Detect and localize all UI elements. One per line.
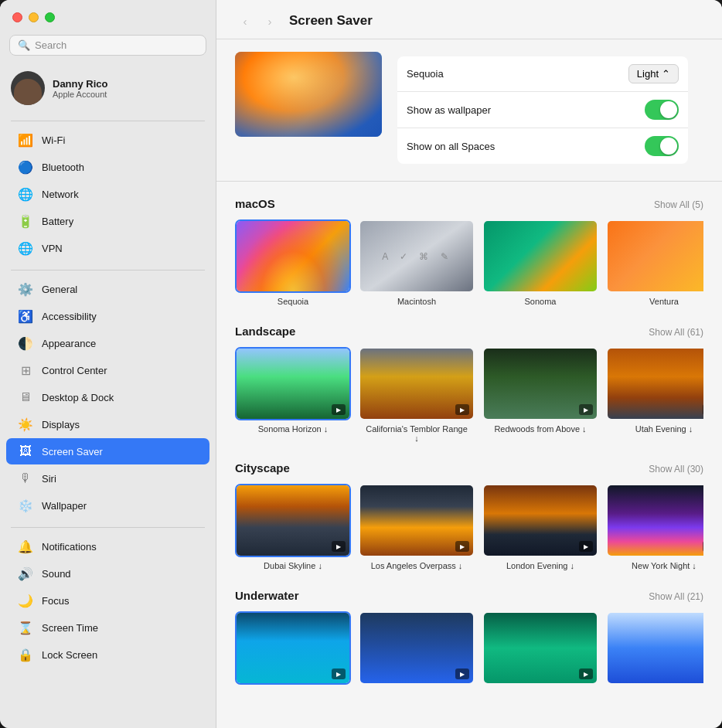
play-icon: ▶ [336, 671, 341, 678]
fullscreen-button[interactable] [45, 12, 55, 22]
sidebar-item-battery[interactable]: 🔋 Battery [6, 208, 209, 234]
back-arrow-icon: ‹ [244, 15, 247, 28]
video-badge-london: ▶ [579, 541, 593, 552]
sequoia-thumb [235, 219, 351, 293]
utah-label: Utah Evening ↓ [635, 424, 693, 434]
sidebar-item-lock-screen[interactable]: 🔒 Lock Screen [6, 641, 209, 668]
macos-section-header: macOS Show All (5) [235, 197, 703, 210]
screen-saver-selector-row: Sequoia Light ⌃ [397, 56, 688, 92]
sidebar: 🔍 Search Danny Rico Apple Account 📶 Wi-F… [0, 0, 216, 728]
control-center-icon: ⊞ [17, 362, 34, 379]
sidebar-item-notifications[interactable]: 🔔 Notifications [6, 533, 209, 560]
gallery-item-dubai[interactable]: ▶ Dubai Skyline ↓ [235, 484, 351, 570]
sidebar-item-siri[interactable]: 🎙 Siri [6, 465, 209, 492]
show-on-all-spaces-row: Show on all Spaces [397, 128, 688, 164]
gallery-item-underwater1[interactable]: ▶ [235, 611, 351, 685]
sidebar-item-desktop-dock[interactable]: 🖥 Desktop & Dock [6, 384, 209, 410]
landscape-section-title: Landscape [235, 325, 295, 338]
sidebar-item-accessibility[interactable]: ♿ Accessibility [6, 303, 209, 329]
sidebar-item-general-label: General [42, 284, 77, 295]
video-badge-underwater1: ▶ [332, 668, 346, 679]
sonoma-thumb [482, 219, 598, 293]
style-selector-label: Light [637, 68, 659, 80]
play-icon: ▶ [584, 543, 588, 550]
general-icon: ⚙️ [17, 281, 34, 298]
close-button[interactable] [12, 12, 22, 22]
preview-area: Sequoia Light ⌃ Show as wallpaper Show o… [216, 39, 722, 182]
redwoods-label: Redwoods from Above ↓ [494, 424, 586, 434]
macos-section-title: macOS [235, 197, 275, 210]
cityscape-show-all[interactable]: Show All (30) [649, 464, 703, 475]
minimize-button[interactable] [29, 12, 39, 22]
search-icon: 🔍 [18, 39, 30, 51]
scroll-area[interactable]: macOS Show All (5) Sequoia Macint [216, 182, 722, 728]
play-icon: ▶ [336, 407, 341, 413]
gallery-item-macintosh[interactable]: Macintosh [359, 219, 475, 306]
user-name: Danny Rico [53, 78, 108, 90]
landscape-section-header: Landscape Show All (61) [235, 325, 703, 338]
user-info: Danny Rico Apple Account [53, 78, 108, 99]
gallery-item-utah[interactable]: ▶ Utah Evening ↓ [606, 347, 703, 443]
show-on-all-spaces-toggle[interactable] [645, 136, 679, 156]
new-york-thumb-img [608, 485, 703, 556]
sidebar-system-section: ⚙️ General ♿ Accessibility 🌓 Appearance … [0, 275, 216, 519]
macintosh-thumb [359, 219, 475, 293]
sidebar-item-vpn[interactable]: 🌐 VPN [6, 235, 209, 261]
underwater-section-title: Underwater [235, 589, 299, 602]
play-icon: ▶ [584, 407, 588, 413]
forward-arrow-icon: › [268, 15, 272, 28]
video-badge-sonoma-horizon: ▶ [332, 404, 346, 415]
sidebar-item-control-center-label: Control Center [42, 365, 107, 376]
sidebar-item-bluetooth[interactable]: 🔵 Bluetooth [6, 154, 209, 180]
sidebar-item-wallpaper[interactable]: ❄️ Wallpaper [6, 492, 209, 519]
play-icon: ▶ [460, 407, 465, 413]
cityscape-section: Cityscape Show All (30) ▶ Dubai Skyline … [235, 461, 703, 570]
sidebar-item-sound[interactable]: 🔊 Sound [6, 560, 209, 587]
gallery-item-london[interactable]: ▶ London Evening ↓ [482, 484, 598, 570]
gallery-item-new-york[interactable]: ▶ New York Night ↓ [606, 484, 703, 570]
dubai-thumb: ▶ [235, 484, 351, 557]
user-subtitle: Apple Account [53, 90, 108, 99]
sidebar-item-displays[interactable]: ☀️ Displays [6, 411, 209, 437]
search-box[interactable]: 🔍 Search [9, 35, 206, 56]
gallery-item-los-angeles[interactable]: ▶ Los Angeles Overpass ↓ [359, 484, 475, 570]
gallery-item-underwater2[interactable]: ▶ [359, 611, 475, 685]
gallery-item-ventura[interactable]: Ventura [606, 219, 703, 306]
ventura-thumb-label: Ventura [649, 297, 679, 306]
sidebar-item-general[interactable]: ⚙️ General [6, 276, 209, 302]
sidebar-divider-top [11, 121, 205, 121]
sidebar-item-lock-screen-label: Lock Screen [42, 649, 97, 661]
sidebar-item-battery-label: Battery [42, 216, 73, 227]
video-badge-new-york: ▶ [703, 541, 703, 552]
gallery-item-underwater3[interactable]: ▶ [482, 611, 598, 685]
avatar [11, 71, 45, 105]
back-button[interactable]: ‹ [235, 11, 255, 31]
sequoia-thumb-label: Sequoia [278, 297, 308, 306]
sidebar-item-wifi[interactable]: 📶 Wi-Fi [6, 127, 209, 153]
sidebar-item-screen-time[interactable]: ⌛ Screen Time [6, 614, 209, 641]
sidebar-item-network[interactable]: 🌐 Network [6, 181, 209, 207]
show-as-wallpaper-label: Show as wallpaper [407, 104, 491, 116]
forward-button[interactable]: › [260, 11, 280, 31]
underwater-gallery-grid: ▶ ▶ [235, 611, 703, 685]
video-badge-dubai: ▶ [332, 541, 346, 552]
sidebar-item-focus-label: Focus [42, 595, 69, 607]
gallery-item-sonoma-horizon[interactable]: ▶ Sonoma Horizon ↓ [235, 347, 351, 443]
sidebar-item-control-center[interactable]: ⊞ Control Center [6, 357, 209, 383]
user-profile[interactable]: Danny Rico Apple Account [0, 65, 216, 116]
underwater-show-all[interactable]: Show All (21) [649, 591, 703, 602]
macos-show-all[interactable]: Show All (5) [654, 199, 703, 210]
displays-icon: ☀️ [17, 416, 34, 433]
show-as-wallpaper-toggle[interactable] [645, 100, 679, 120]
sidebar-item-appearance[interactable]: 🌓 Appearance [6, 330, 209, 356]
gallery-item-underwater4[interactable] [606, 611, 703, 685]
style-selector[interactable]: Light ⌃ [628, 64, 679, 83]
gallery-item-redwoods[interactable]: ▶ Redwoods from Above ↓ [482, 347, 598, 443]
gallery-item-california[interactable]: ▶ California's Temblor Range ↓ [359, 347, 475, 443]
gallery-item-sonoma[interactable]: Sonoma [482, 219, 598, 306]
sidebar-item-screen-saver[interactable]: 🖼 Screen Saver [6, 438, 209, 464]
gallery-item-sequoia[interactable]: Sequoia [235, 219, 351, 306]
play-icon: ▶ [584, 671, 588, 678]
sidebar-item-focus[interactable]: 🌙 Focus [6, 587, 209, 614]
landscape-show-all[interactable]: Show All (61) [649, 327, 703, 338]
